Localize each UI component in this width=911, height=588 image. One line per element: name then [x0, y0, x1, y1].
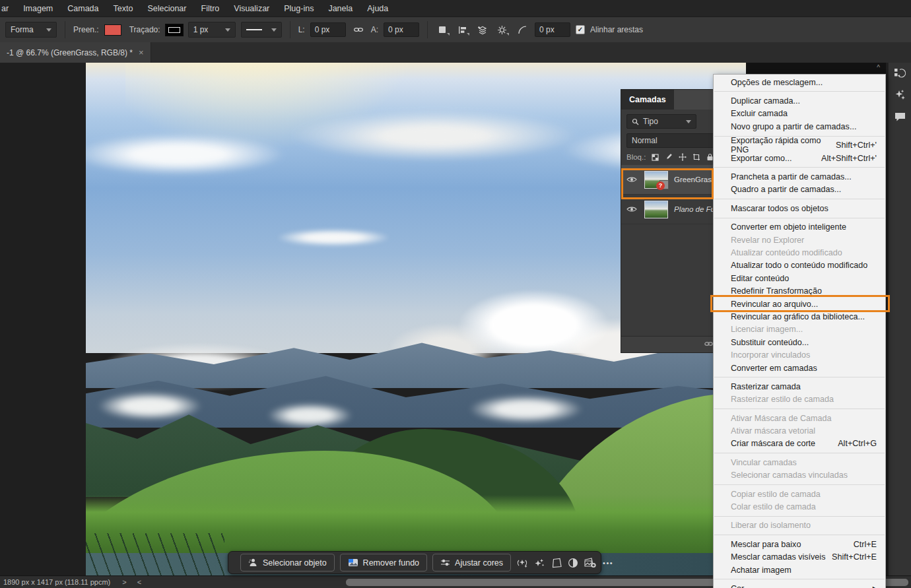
menubar-item-visualizar[interactable]: Visualizar	[226, 4, 277, 13]
menubar-item-camada[interactable]: Camada	[60, 4, 106, 13]
menubar-item-plug-ins[interactable]: Plug-ins	[277, 4, 321, 13]
context-menu-item-cor[interactable]: Cor▶	[714, 582, 885, 588]
lock-artboard-icon[interactable]	[692, 153, 700, 161]
menubar-item-filtro[interactable]: Filtro	[194, 4, 227, 13]
width-input[interactable]: 0 px	[310, 22, 346, 37]
context-menu-item-licenciar-imagem: Licenciar imagem...	[714, 323, 885, 336]
context-menu-item-label: Rasterizar estilo de camada	[731, 395, 834, 404]
context-menu-item-rasterizar-camada[interactable]: Rasterizar camada	[714, 380, 885, 393]
context-menu-item-revincular-ao-arquivo[interactable]: Revincular ao arquivo...	[714, 298, 885, 310]
link-layers-icon[interactable]	[704, 340, 714, 348]
context-menu-item-label: Opções de mesclagem...	[731, 78, 823, 87]
context-menu-item-converter-em-objeto-inteligente[interactable]: Converter em objeto inteligente	[714, 221, 885, 234]
lock-pixels-brush-icon[interactable]	[665, 153, 673, 161]
context-menu-item-exportar-como[interactable]: Exportar como...Alt+Shift+Ctrl+'	[714, 152, 885, 164]
context-menu-item-novo-grupo-a-partir-de-camadas[interactable]: Novo grupo a partir de camadas...	[714, 120, 885, 133]
stroke-width-select[interactable]: 1 px	[188, 22, 236, 38]
context-menu-item-substituir-conteudo[interactable]: Substituir conteúdo...	[714, 336, 885, 348]
adjust-colors-button[interactable]: Ajustar cores	[432, 554, 511, 572]
remove-background-button[interactable]: Remover fundo	[340, 554, 427, 572]
adjustments-sparkle-icon[interactable]	[892, 87, 908, 103]
fill-color-swatch[interactable]	[104, 24, 121, 36]
transform-distort-icon[interactable]	[551, 555, 562, 571]
select-subject-button[interactable]: Selecionar objeto	[240, 554, 335, 572]
layer-filter-select[interactable]: Tipo	[626, 114, 696, 129]
path-operations-icon[interactable]	[436, 23, 450, 36]
context-menu-item-vincular-camadas: Vincular camadas	[714, 456, 885, 469]
collapse-chevron-icon[interactable]: ^	[877, 64, 880, 71]
menubar-item-ajuda[interactable]: Ajuda	[360, 4, 395, 13]
adjust-colors-label: Ajustar cores	[455, 558, 503, 568]
tool-options-bar: Forma Preen.: Traçado: 1 px L: 0 px A: 0…	[0, 16, 911, 42]
comments-icon[interactable]	[892, 109, 908, 125]
layer-visibility-eye-icon[interactable]	[625, 176, 638, 183]
context-menu-item-mesclar-camadas-visiveis[interactable]: Mesclar camadas visíveisShift+Ctrl+E	[714, 551, 885, 564]
menubar-item-janela[interactable]: Janela	[321, 4, 360, 13]
link-dimensions-icon[interactable]	[351, 23, 366, 36]
menubar-item-selecionar[interactable]: Selecionar	[140, 4, 193, 13]
align-edges-checkbox[interactable]: ✓	[576, 25, 585, 34]
menubar-item-imagem[interactable]: Imagem	[16, 4, 60, 13]
stroke-style-select[interactable]	[241, 22, 282, 38]
generative-icon[interactable]	[516, 555, 528, 571]
path-arrangement-icon[interactable]	[475, 23, 490, 36]
sparkle-wand-icon[interactable]	[533, 555, 545, 571]
tool-mode-value: Forma	[11, 25, 34, 34]
context-menu-item-mascarar-todos-os-objetos[interactable]: Mascarar todos os objetos	[714, 202, 885, 214]
close-icon[interactable]: ×	[139, 48, 144, 57]
menu-separator	[714, 218, 885, 218]
context-menu-item-label: Redefinir Transformação	[731, 286, 822, 296]
context-menu-item-criar-mascara-de-corte[interactable]: Criar máscara de corteAlt+Ctrl+G	[714, 438, 885, 450]
context-menu-item-achatar-imagem[interactable]: Achatar imagem	[714, 564, 885, 576]
context-menu-item-ativar-mascara-vetorial: Ativar máscara vetorial	[714, 424, 885, 437]
layer-thumbnail[interactable]: ?	[644, 171, 668, 189]
menubar-item-ar[interactable]: ar	[0, 4, 16, 13]
context-menu-item-redefinir-transformacao[interactable]: Redefinir Transformação	[714, 284, 885, 297]
more-options-icon[interactable]: •••	[601, 559, 613, 567]
status-collapse-icon[interactable]: <	[137, 578, 141, 586]
height-input[interactable]: 0 px	[384, 22, 419, 37]
layer-visibility-eye-icon[interactable]	[625, 206, 638, 212]
add-image-icon[interactable]	[584, 555, 596, 571]
layer-name: GreenGrass	[674, 176, 716, 183]
layer-thumbnail[interactable]	[644, 201, 668, 218]
context-menu-item-mesclar-para-baixo[interactable]: Mesclar para baixoCtrl+E	[714, 538, 885, 550]
lock-position-move-icon[interactable]	[679, 153, 687, 161]
context-menu-item-label: Prancheta a partir de camadas...	[731, 172, 852, 181]
history-icon[interactable]	[892, 65, 908, 81]
menu-separator	[714, 377, 885, 377]
tool-mode-select[interactable]: Forma	[5, 22, 57, 38]
context-menu-item-copiar-estilo-de-camada: Copiar estilo de camada	[714, 488, 885, 500]
document-tab[interactable]: -1 @ 66.7% (GreenGrass, RGB/8) * ×	[0, 42, 151, 63]
contrast-icon[interactable]	[568, 555, 578, 571]
context-menu-item-atualizar-todo-o-conteudo-modificado[interactable]: Atualizar todo o conteúdo modificado	[714, 259, 885, 272]
context-menu-item-editar-conteudo[interactable]: Editar conteúdo	[714, 272, 885, 284]
context-menu-item-revelar-no-explorer: Revelar no Explorer	[714, 234, 885, 246]
context-menu-item-label: Revincular ao gráfico da biblioteca...	[731, 312, 865, 321]
context-menu-item-label: Colar estilo de camada	[731, 502, 816, 511]
context-menu-item-revincular-ao-grafico-da-biblioteca[interactable]: Revincular ao gráfico da biblioteca...	[714, 310, 885, 323]
context-menu-item-converter-em-camadas[interactable]: Converter em camadas	[714, 362, 885, 374]
gear-icon[interactable]	[495, 23, 510, 36]
context-menu-item-label: Converter em objeto inteligente	[731, 222, 846, 232]
context-menu-item-duplicar-camada[interactable]: Duplicar camada...	[714, 94, 885, 107]
chevron-down-icon	[271, 28, 277, 32]
context-menu-item-prancheta-a-partir-de-camadas[interactable]: Prancheta a partir de camadas...	[714, 170, 885, 183]
status-expand-icon[interactable]: >	[122, 578, 126, 586]
context-menu-item-label: Substituir conteúdo...	[731, 338, 809, 347]
corner-radius-input[interactable]: 0 px	[535, 22, 570, 37]
menubar-item-texto[interactable]: Texto	[106, 4, 141, 13]
tab-layers[interactable]: Camadas	[621, 90, 674, 110]
context-menu-item-excluir-camada[interactable]: Excluir camada	[714, 108, 885, 120]
path-alignment-icon[interactable]	[456, 23, 470, 36]
lock-transparency-icon[interactable]	[652, 154, 659, 161]
menu-separator	[714, 453, 885, 453]
context-menu-item-exportacao-rapida-como-png[interactable]: Exportação rápida como PNGShift+Ctrl+'	[714, 139, 885, 152]
stroke-color-swatch[interactable]	[166, 24, 183, 36]
context-menu-item-liberar-do-isolamento: Liberar do isolamento	[714, 519, 885, 532]
contextual-taskbar: Selecionar objeto Remover fundo Ajustar …	[228, 551, 601, 574]
context-menu-item-quadro-a-partir-de-camadas[interactable]: Quadro a partir de camadas...	[714, 183, 885, 196]
context-menu-item-ativar-mascara-de-camada: Ativar Máscara de Camada	[714, 412, 885, 424]
context-menu-item-label: Duplicar camada...	[731, 96, 800, 106]
context-menu-item-opcoes-de-mesclagem[interactable]: Opções de mesclagem...	[714, 76, 885, 88]
